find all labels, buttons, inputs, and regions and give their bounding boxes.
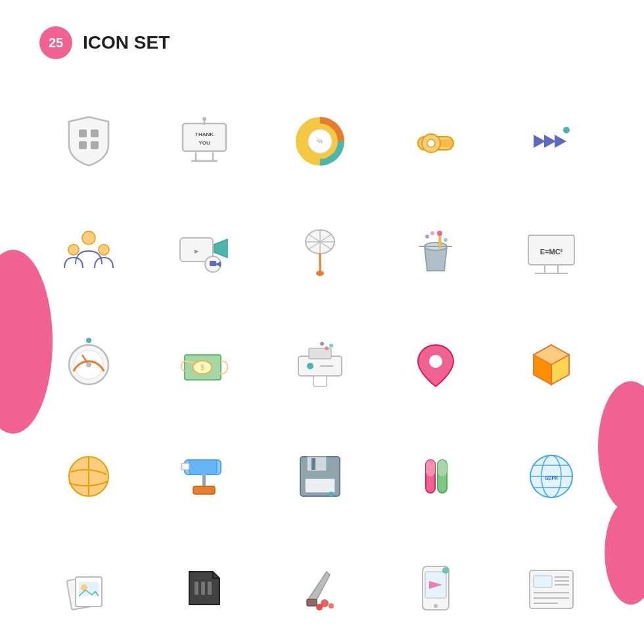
svg-rect-41: [439, 235, 441, 248]
svg-rect-98: [195, 582, 198, 595]
svg-rect-77: [193, 486, 215, 494]
svg-rect-100: [208, 582, 212, 595]
icon-volleyball: [39, 427, 138, 526]
icon-fast-forward: [502, 92, 601, 191]
icon-knife-blood: [271, 539, 369, 637]
svg-rect-80: [307, 457, 327, 471]
svg-point-63: [307, 363, 313, 369]
svg-point-44: [444, 238, 448, 242]
icon-floppy-disk: [271, 427, 369, 526]
svg-text:$: $: [200, 364, 204, 371]
svg-rect-101: [307, 599, 317, 606]
icon-photo-cards: [39, 539, 138, 637]
svg-rect-1: [91, 129, 99, 137]
icon-gdpr-globe: GDPR: [502, 427, 601, 526]
svg-marker-19: [534, 135, 545, 148]
svg-text:THANK: THANK: [195, 131, 214, 137]
svg-text:%: %: [317, 138, 323, 145]
icon-3d-cube: [502, 315, 601, 414]
icon-champagne-bucket: [386, 204, 485, 302]
badge-number: 25: [39, 26, 72, 59]
svg-rect-87: [438, 460, 447, 476]
svg-point-66: [320, 342, 324, 346]
icon-newspaper: [502, 539, 601, 637]
svg-rect-85: [426, 460, 435, 476]
icon-meeting-group: [39, 204, 138, 302]
svg-rect-3: [91, 141, 99, 149]
icon-3d-printer: [271, 315, 369, 414]
svg-point-55: [86, 362, 91, 367]
icon-video-phone: [386, 539, 485, 637]
svg-point-22: [563, 127, 570, 133]
svg-point-56: [86, 338, 91, 343]
icon-donut-chart: %: [271, 92, 369, 191]
svg-point-104: [316, 604, 323, 610]
icon-tape-roll: [386, 92, 485, 191]
svg-point-68: [429, 355, 442, 368]
svg-marker-20: [544, 135, 556, 148]
icon-hand-money: $: [155, 315, 254, 414]
svg-point-24: [68, 244, 79, 255]
header: 25 ICON SET: [39, 26, 605, 59]
icon-location-pin: [386, 315, 485, 414]
svg-text:E=MC²: E=MC²: [540, 248, 563, 256]
svg-rect-62: [313, 376, 327, 386]
svg-point-38: [316, 271, 324, 276]
icon-shield-grid: [39, 92, 138, 191]
svg-point-83: [329, 492, 334, 497]
svg-text:GDPR: GDPR: [545, 476, 558, 480]
svg-marker-21: [555, 135, 566, 148]
svg-text:▶: ▶: [195, 248, 199, 254]
svg-point-11: [202, 117, 206, 121]
svg-rect-2: [79, 141, 87, 149]
icon-speedometer: [39, 315, 138, 414]
icon-pills: [386, 427, 485, 526]
svg-text:YOU: YOU: [198, 140, 210, 146]
svg-point-45: [430, 231, 434, 235]
svg-rect-18: [440, 139, 453, 147]
svg-rect-82: [305, 478, 335, 493]
icon-badminton: [271, 204, 369, 302]
svg-rect-0: [79, 129, 87, 137]
svg-point-42: [437, 231, 442, 236]
icon-grid: THANK YOU %: [39, 92, 605, 637]
svg-rect-29: [210, 261, 216, 266]
icon-equation-board: E=MC²: [502, 204, 601, 302]
page-title: ICON SET: [83, 32, 170, 53]
icon-paint-roller: [155, 427, 254, 526]
svg-point-109: [442, 567, 449, 574]
svg-rect-81: [311, 458, 315, 470]
icon-memory-card: [155, 539, 254, 637]
svg-point-65: [325, 346, 329, 350]
svg-point-17: [427, 139, 435, 147]
svg-point-25: [99, 244, 109, 255]
svg-rect-75: [189, 460, 217, 474]
svg-point-107: [434, 604, 438, 608]
svg-point-23: [82, 231, 95, 244]
svg-point-67: [329, 344, 333, 348]
svg-rect-99: [201, 582, 205, 595]
icon-thank-you-board: THANK YOU: [155, 92, 254, 191]
svg-rect-111: [534, 576, 552, 587]
svg-rect-76: [202, 474, 206, 486]
svg-point-103: [329, 603, 334, 609]
svg-rect-78: [181, 463, 189, 470]
icon-video-chat: ▶: [155, 204, 254, 302]
svg-point-43: [425, 235, 429, 239]
svg-marker-27: [214, 239, 227, 258]
svg-rect-61: [309, 348, 331, 359]
svg-rect-4: [183, 124, 226, 151]
svg-point-97: [81, 584, 87, 591]
